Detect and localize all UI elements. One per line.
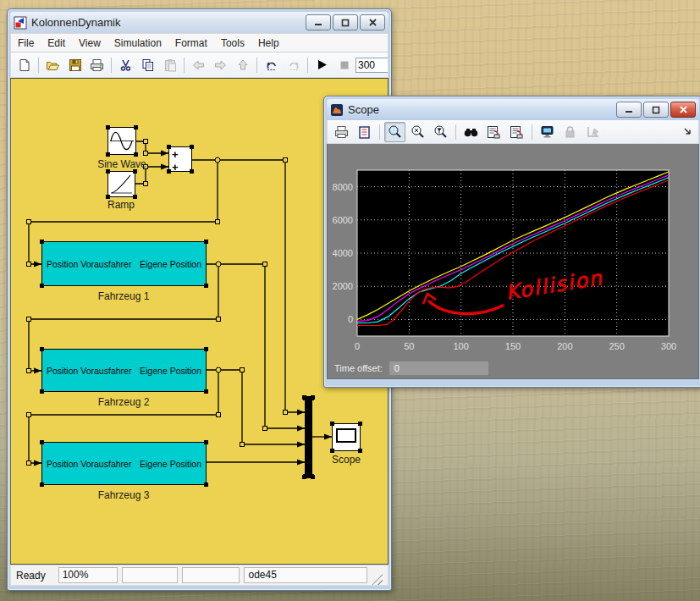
selection-handle[interactable] xyxy=(106,125,110,130)
restore-button[interactable] xyxy=(333,14,358,30)
float-scope-icon[interactable] xyxy=(537,122,558,142)
status-zoom: 100% xyxy=(58,567,118,583)
selection-handle[interactable] xyxy=(106,195,110,199)
selection-handle[interactable] xyxy=(358,422,362,426)
svg-text:0: 0 xyxy=(355,341,360,351)
block-fahrzeug-2[interactable]: Position Vorausfahrer Eigene Position xyxy=(41,349,207,392)
selection-handle[interactable] xyxy=(40,240,44,244)
cut-icon[interactable] xyxy=(115,55,136,75)
selection-handle[interactable] xyxy=(204,389,208,394)
selection-handle[interactable] xyxy=(133,169,137,174)
selection-handle[interactable] xyxy=(204,284,208,288)
block-fahrzeug-1[interactable]: Position Vorausfahrer Eigene Position xyxy=(41,241,207,286)
simulation-stop-time-input[interactable] xyxy=(356,58,389,73)
copy-icon[interactable] xyxy=(137,55,158,75)
selection-handle[interactable] xyxy=(330,422,334,426)
block-mux[interactable] xyxy=(305,398,312,477)
selection-handle[interactable] xyxy=(167,169,171,174)
selection-handle[interactable] xyxy=(40,389,44,394)
wire-sum-to-mux1[interactable] xyxy=(192,160,305,412)
status-solver: ode45 xyxy=(244,567,367,583)
selection-handle[interactable] xyxy=(133,195,137,199)
resize-grip[interactable] xyxy=(372,574,383,585)
menu-format[interactable]: Format xyxy=(168,36,214,51)
selection-handle[interactable] xyxy=(106,152,110,157)
zoom-y-icon[interactable] xyxy=(430,122,451,142)
wire-fahrzeug2-to-mux3[interactable] xyxy=(207,370,305,444)
selection-handle[interactable] xyxy=(134,152,138,157)
dock-icon[interactable] xyxy=(680,122,695,142)
menu-file[interactable]: File xyxy=(11,36,41,51)
block-sum[interactable]: + + xyxy=(168,146,192,172)
selection-handle[interactable] xyxy=(40,284,44,288)
block-label-ramp[interactable]: Ramp xyxy=(107,199,135,211)
undo-icon[interactable] xyxy=(261,55,282,75)
selection-handle[interactable] xyxy=(358,449,362,453)
scope-plot[interactable]: 05010015020025030002000400060008000Kolli… xyxy=(328,144,693,357)
scope-toolbar xyxy=(327,120,699,144)
selection-handle[interactable] xyxy=(190,145,194,149)
back-icon[interactable] xyxy=(188,55,209,75)
forward-icon[interactable] xyxy=(210,55,231,75)
autoscale-icon[interactable] xyxy=(460,122,482,142)
selection-handle[interactable] xyxy=(311,475,315,479)
redo-icon[interactable] xyxy=(283,55,304,75)
block-fahrzeug-3[interactable]: Position Vorausfahrer Eigene Position xyxy=(41,442,207,485)
wire-fahrzeug1-to-mux2[interactable] xyxy=(207,264,305,428)
selection-handle[interactable] xyxy=(204,347,208,351)
simulink-titlebar[interactable]: KolonnenDynamik xyxy=(10,12,389,33)
svg-text:50: 50 xyxy=(404,341,414,351)
selection-handle[interactable] xyxy=(40,347,44,351)
selection-handle[interactable] xyxy=(167,145,171,149)
selection-handle[interactable] xyxy=(204,240,208,244)
block-label-fahrzeug-2[interactable]: Fahrzeug 2 xyxy=(98,396,150,408)
selection-handle[interactable] xyxy=(204,482,208,487)
print-icon[interactable] xyxy=(86,55,107,75)
menu-simulation[interactable]: Simulation xyxy=(107,36,168,51)
selection-handle[interactable] xyxy=(106,169,110,174)
block-ramp[interactable] xyxy=(107,171,135,197)
minimize-button[interactable] xyxy=(306,14,331,30)
selection-handle[interactable] xyxy=(190,169,194,174)
save-axes-icon[interactable] xyxy=(483,122,504,142)
minimize-button[interactable] xyxy=(616,102,642,118)
selection-handle[interactable] xyxy=(134,125,138,130)
block-label-scope[interactable]: Scope xyxy=(332,454,361,466)
selection-handle[interactable] xyxy=(330,449,334,453)
selection-handle[interactable] xyxy=(204,440,208,444)
menu-view[interactable]: View xyxy=(72,36,107,51)
selection-handle[interactable] xyxy=(302,475,306,479)
block-scope[interactable] xyxy=(332,423,361,451)
lock-axes-icon[interactable] xyxy=(559,122,581,142)
print-icon[interactable] xyxy=(331,122,352,142)
new-model-icon[interactable] xyxy=(14,55,35,75)
save-icon[interactable] xyxy=(64,55,85,75)
close-button[interactable] xyxy=(670,102,696,118)
block-label-sine-wave[interactable]: Sine Wave xyxy=(97,158,146,170)
menu-edit[interactable]: Edit xyxy=(41,36,72,51)
menu-help[interactable]: Help xyxy=(251,36,286,51)
block-label-fahrzeug-1[interactable]: Fahrzeug 1 xyxy=(98,290,150,302)
up-icon[interactable] xyxy=(232,55,253,75)
restore-axes-icon[interactable] xyxy=(506,122,527,142)
parameters-icon[interactable] xyxy=(354,122,375,142)
block-sine-wave[interactable] xyxy=(107,127,136,155)
menu-tools[interactable]: Tools xyxy=(214,36,251,51)
start-simulation-icon[interactable] xyxy=(311,55,333,75)
block-label-fahrzeug-3[interactable]: Fahrzeug 3 xyxy=(98,489,150,501)
selection-handle[interactable] xyxy=(40,440,44,444)
zoom-x-icon[interactable] xyxy=(407,122,428,142)
paste-icon[interactable] xyxy=(159,55,180,75)
selection-handle[interactable] xyxy=(311,395,315,400)
scope-titlebar[interactable]: Scope xyxy=(327,99,699,120)
window-title: KolonnenDynamik xyxy=(31,16,301,29)
zoom-icon[interactable] xyxy=(384,122,405,142)
selection-handle[interactable] xyxy=(40,482,44,487)
restore-button[interactable] xyxy=(643,102,669,118)
open-model-icon[interactable] xyxy=(42,55,63,75)
close-button[interactable] xyxy=(360,14,385,30)
signal-selection-icon[interactable] xyxy=(582,122,604,142)
stop-simulation-icon[interactable] xyxy=(333,55,355,75)
selection-handle[interactable] xyxy=(302,395,306,400)
status-field-3 xyxy=(182,567,240,583)
